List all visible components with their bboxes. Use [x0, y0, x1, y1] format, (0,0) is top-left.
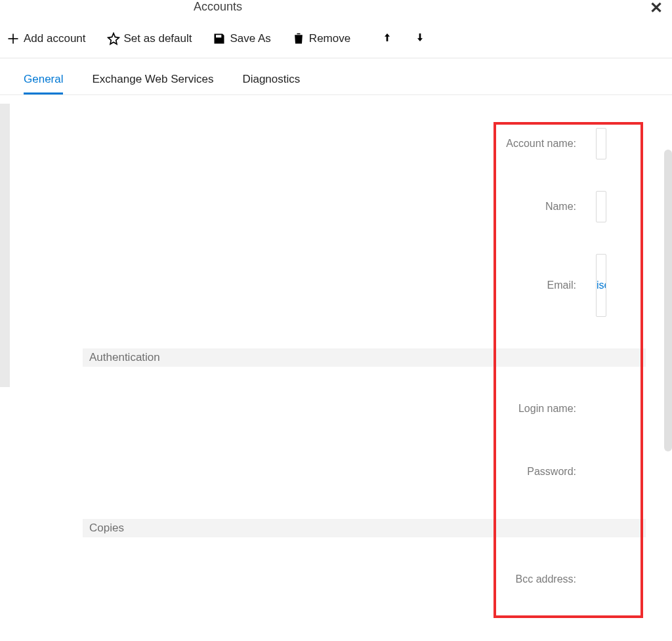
plus-icon [7, 32, 20, 45]
bcc-address-label: Bcc address: [516, 573, 576, 585]
toolbar: Add account Set as default Save As Remov… [0, 18, 672, 58]
save-as-label: Save As [230, 32, 270, 45]
tab-diagnostics[interactable]: Diagnostics [242, 65, 300, 94]
set-default-button[interactable]: Set as default [107, 32, 192, 45]
password-label: Password: [527, 466, 576, 478]
move-down-button[interactable] [415, 31, 425, 46]
authentication-section-header: Authentication [83, 348, 646, 367]
right-scrollbar[interactable] [664, 150, 672, 451]
account-name-label: Account name: [506, 138, 576, 150]
remove-button[interactable]: Remove [292, 32, 350, 45]
move-up-button[interactable] [382, 31, 392, 46]
remove-label: Remove [309, 32, 350, 45]
tab-general[interactable]: General [24, 65, 63, 94]
arrow-up-icon [382, 31, 392, 43]
tab-bar: General Exchange Web Services Diagnostic… [0, 65, 672, 95]
tab-exchange-web-services[interactable]: Exchange Web Services [92, 65, 213, 94]
copies-section-header: Copies [83, 519, 646, 537]
add-account-button[interactable]: Add account [7, 32, 86, 45]
close-icon[interactable]: ✕ [650, 0, 663, 16]
save-as-button[interactable]: Save As [213, 32, 270, 45]
email-label: Email: [547, 279, 576, 291]
account-name-input[interactable] [596, 128, 606, 159]
name-label: Name: [545, 201, 576, 213]
arrow-down-icon [415, 31, 425, 43]
save-icon [213, 32, 226, 45]
window-title: Accounts [194, 0, 242, 14]
email-value-fragment: ise [597, 279, 606, 291]
left-scrollbar[interactable] [0, 104, 10, 387]
login-name-label: Login name: [518, 403, 576, 415]
email-input[interactable]: ise [596, 254, 606, 317]
trash-icon [292, 32, 305, 45]
name-input[interactable] [596, 191, 606, 222]
set-default-label: Set as default [124, 32, 192, 45]
add-account-label: Add account [24, 32, 86, 45]
general-panel: Account name: Name: Email: ise Authentic… [0, 95, 672, 595]
star-icon [107, 32, 120, 45]
